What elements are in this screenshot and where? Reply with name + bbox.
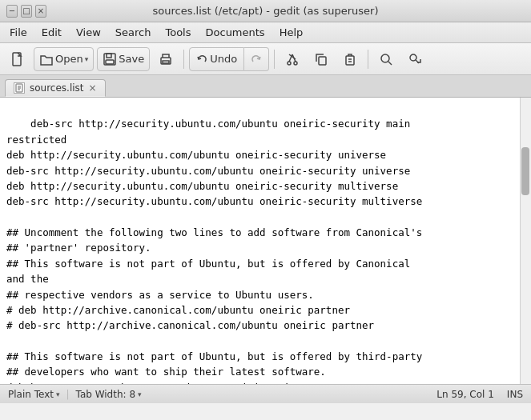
editor-line-11: and the [6, 273, 49, 285]
undo-button[interactable]: Undo [189, 47, 244, 71]
window-title: sources.list (/etc/apt) - gedit (as supe… [46, 5, 485, 17]
svg-rect-12 [346, 56, 354, 65]
undo-redo-group: Undo [189, 47, 269, 71]
editor-line-7 [6, 211, 13, 223]
redo-button[interactable] [244, 47, 269, 71]
tab-bar: sources.list × [0, 75, 531, 98]
separator-3 [368, 50, 368, 69]
editor-scrollbar[interactable] [520, 98, 531, 384]
editor-line-9: ## 'partner' repository. [6, 242, 151, 254]
separator-2 [274, 50, 275, 69]
minimize-button[interactable]: − [6, 5, 18, 18]
undo-label: Undo [210, 53, 237, 65]
copy-button[interactable] [308, 46, 334, 72]
editor-line-10: ## This software is not part of Ubuntu, … [6, 258, 410, 270]
status-bar: Plain Text ▾ | Tab Width: 8 ▾ Ln 59, Col… [0, 384, 531, 403]
plain-text-dropdown[interactable]: Plain Text ▾ [8, 389, 59, 400]
tab-width-label: Tab Width: 8 [76, 389, 135, 400]
plain-text-arrow-icon: ▾ [56, 390, 60, 398]
open-button[interactable]: Open ▾ [34, 47, 94, 71]
menu-documents[interactable]: Documents [199, 25, 272, 40]
print-button[interactable] [153, 46, 179, 72]
ins-label: INS [507, 389, 523, 400]
svg-line-16 [388, 62, 392, 65]
editor-line-12: ## respective vendors as a service to Ub… [6, 289, 314, 301]
svg-point-7 [294, 62, 297, 65]
svg-rect-2 [107, 54, 111, 58]
svg-point-6 [288, 62, 291, 65]
maximize-button[interactable]: □ [21, 5, 32, 18]
svg-point-17 [410, 54, 416, 61]
menu-tools[interactable]: Tools [159, 25, 197, 40]
editor-line-2: restricted [6, 134, 66, 146]
title-bar: − □ × sources.list (/etc/apt) - gedit (a… [0, 0, 531, 22]
menu-help[interactable]: Help [273, 25, 310, 40]
paste-button[interactable] [337, 46, 363, 72]
tab-file-icon [14, 82, 25, 94]
status-right: Ln 59, Col 1 INS [436, 389, 523, 400]
cut-button[interactable] [280, 46, 305, 72]
separator-1 [183, 50, 184, 69]
menu-search[interactable]: Search [109, 25, 158, 40]
tab-width-arrow-icon: ▾ [138, 390, 142, 398]
tab-sources-list[interactable]: sources.list × [5, 79, 106, 97]
open-label: Open [55, 53, 83, 65]
menu-edit[interactable]: Edit [35, 25, 68, 40]
editor-line-1: deb-src http://security.ubuntu.com/ubunt… [30, 118, 410, 130]
svg-rect-5 [163, 61, 169, 63]
menu-view[interactable]: View [70, 25, 107, 40]
plain-text-label: Plain Text [8, 389, 54, 400]
save-label: Save [119, 53, 144, 65]
close-button[interactable]: × [35, 5, 46, 18]
menu-bar: File Edit View Search Tools Documents He… [0, 22, 531, 43]
save-button[interactable]: Save [97, 47, 150, 71]
editor-line-4: deb-src http://security.ubuntu.com/ubunt… [6, 165, 410, 177]
editor-line-16: ## This software is not part of Ubuntu, … [6, 350, 422, 362]
tab-close-button[interactable]: × [89, 82, 97, 94]
editor-area[interactable]: deb-src http://security.ubuntu.com/ubunt… [0, 98, 531, 384]
status-left: Plain Text ▾ | Tab Width: 8 ▾ [8, 389, 142, 400]
editor-line-6: deb-src http://security.ubuntu.com/ubunt… [6, 195, 422, 207]
menu-file[interactable]: File [3, 25, 34, 40]
scrollbar-thumb[interactable] [521, 147, 529, 195]
editor-line-13: # deb http://archive.canonical.com/ubunt… [6, 304, 350, 316]
editor-line-15 [6, 335, 13, 347]
svg-rect-3 [106, 60, 114, 64]
editor-line-3: deb http://security.ubuntu.com/ubuntu on… [6, 149, 386, 161]
new-button[interactable] [5, 46, 30, 72]
editor-line-18: deb http://extras.ubuntu.com/ubuntu onei… [6, 382, 296, 384]
svg-point-15 [381, 54, 389, 62]
position-label: Ln 59, Col 1 [436, 389, 494, 400]
tab-width-dropdown[interactable]: Tab Width: 8 ▾ [76, 389, 142, 400]
replace-button[interactable] [402, 46, 428, 72]
editor-line-8: ## Uncomment the following two lines to … [6, 226, 422, 238]
find-button[interactable] [373, 46, 399, 72]
svg-rect-11 [319, 57, 326, 65]
editor-content: deb-src http://security.ubuntu.com/ubunt… [0, 98, 531, 384]
editor-line-17: ## developers who want to ship their lat… [6, 366, 326, 378]
editor-line-14: # deb-src http://archive.canonical.com/u… [6, 319, 374, 331]
editor-line-5: deb http://security.ubuntu.com/ubuntu on… [6, 180, 398, 192]
tab-filename: sources.list [30, 82, 84, 94]
toolbar: Open ▾ Save Undo [0, 43, 531, 75]
